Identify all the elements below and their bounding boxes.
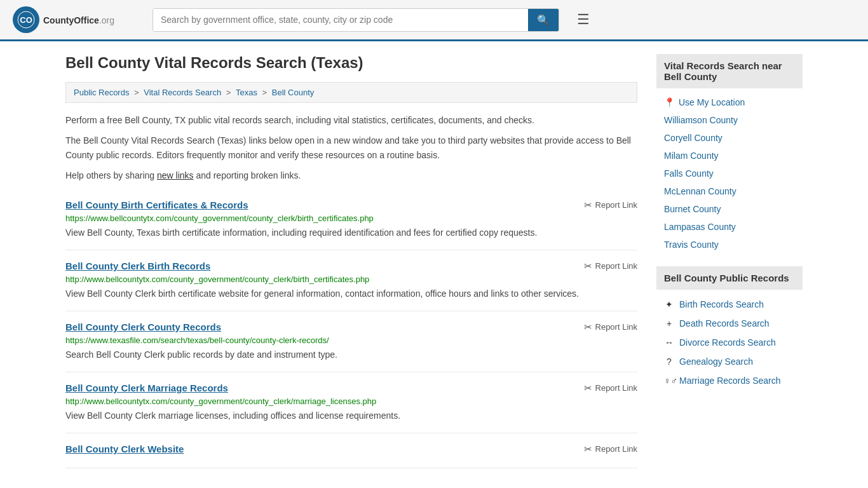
marriage-records-search-link[interactable]: Marriage Records Search xyxy=(679,376,781,386)
description-2: The Bell County Vital Records Search (Te… xyxy=(65,133,637,162)
result-desc-1: View Bell County, Texas birth certificat… xyxy=(65,226,637,240)
result-desc-2: View Bell County Clerk birth certificate… xyxy=(65,287,637,301)
report-link-2[interactable]: ✂ Report Link xyxy=(584,261,637,272)
sidebar-milam-county[interactable]: Milam County xyxy=(656,147,803,165)
result-url-1: https://www.bellcountytx.com/county_gove… xyxy=(65,214,637,223)
breadcrumb-sep-1: > xyxy=(134,88,141,97)
result-url-2: http://www.bellcountytx.com/county_gover… xyxy=(65,274,637,284)
divorce-records-search-link[interactable]: Divorce Records Search xyxy=(679,337,776,348)
public-records-section: Bell County Public Records ✦ Birth Recor… xyxy=(656,266,803,390)
report-link-5[interactable]: ✂ Report Link xyxy=(584,444,637,455)
breadcrumb-texas[interactable]: Texas xyxy=(236,88,257,97)
breadcrumb-sep-2: > xyxy=(226,88,233,97)
breadcrumb-public-records[interactable]: Public Records xyxy=(74,88,129,97)
result-item-4: Bell County Clerk Marriage Records ✂ Rep… xyxy=(65,372,637,433)
hamburger-icon: ☰ xyxy=(577,11,589,27)
public-records-section-header: Bell County Public Records xyxy=(656,266,803,290)
death-records-search-link[interactable]: Death Records Search xyxy=(679,318,770,329)
result-url-3: https://www.texasfile.com/search/texas/b… xyxy=(65,336,637,345)
result-desc-4: View Bell County Clerk marriage licenses… xyxy=(65,409,637,423)
sidebar-coryell-county[interactable]: Coryell County xyxy=(656,129,803,147)
search-button[interactable]: 🔍 xyxy=(528,9,559,31)
location-icon: 📍 xyxy=(664,97,675,107)
sidebar-lampasas-county[interactable]: Lampasas County xyxy=(656,218,803,236)
breadcrumb-sep-3: > xyxy=(262,88,269,97)
logo-text: CountyOffice.org xyxy=(43,13,114,27)
result-title-4[interactable]: Bell County Clerk Marriage Records xyxy=(65,383,228,393)
genealogy-icon: ? xyxy=(664,356,674,367)
report-link-4[interactable]: ✂ Report Link xyxy=(584,383,637,394)
main-container: Bell County Vital Records Search (Texas)… xyxy=(53,41,815,481)
death-icon: + xyxy=(664,318,674,329)
search-input[interactable] xyxy=(153,9,528,31)
sidebar-mclennan-county[interactable]: McLennan County xyxy=(656,182,803,200)
result-item-1: Bell County Birth Certificates & Records… xyxy=(65,189,637,250)
report-icon-2: ✂ xyxy=(584,261,592,272)
genealogy-search-link[interactable]: Genealogy Search xyxy=(679,356,753,367)
logo-icon: CO xyxy=(13,6,39,33)
sidebar-burnet-county[interactable]: Burnet County xyxy=(656,200,803,218)
nearby-section-header: Vital Records Search near Bell County xyxy=(656,54,803,88)
marriage-records-search-item[interactable]: ♀♂ Marriage Records Search xyxy=(656,371,803,390)
report-link-3[interactable]: ✂ Report Link xyxy=(584,322,637,333)
sidebar: Vital Records Search near Bell County 📍 … xyxy=(656,54,803,468)
svg-text:CO: CO xyxy=(20,15,32,25)
result-title-1[interactable]: Bell County Birth Certificates & Records xyxy=(65,200,248,210)
new-links-link[interactable]: new links xyxy=(157,170,194,180)
genealogy-search-item[interactable]: ? Genealogy Search xyxy=(656,352,803,371)
report-icon-1: ✂ xyxy=(584,200,592,211)
menu-button[interactable]: ☰ xyxy=(572,9,594,30)
result-url-4: http://www.bellcountytx.com/county_gover… xyxy=(65,396,637,406)
sidebar-falls-county[interactable]: Falls County xyxy=(656,165,803,182)
report-icon-5: ✂ xyxy=(584,444,592,455)
birth-icon: ✦ xyxy=(664,299,674,309)
report-link-1[interactable]: ✂ Report Link xyxy=(584,200,637,211)
result-title-5[interactable]: Bell County Clerk Website xyxy=(65,444,184,454)
birth-records-search-link[interactable]: Birth Records Search xyxy=(679,299,764,309)
result-item-5: Bell County Clerk Website ✂ Report Link xyxy=(65,433,637,468)
breadcrumb-bell-county[interactable]: Bell County xyxy=(272,88,314,97)
breadcrumb-vital-records[interactable]: Vital Records Search xyxy=(144,88,221,97)
divorce-icon: ↔ xyxy=(664,337,674,348)
logo-area: CO CountyOffice.org xyxy=(13,6,140,33)
use-my-location[interactable]: 📍 Use My Location xyxy=(656,93,803,111)
search-icon: 🔍 xyxy=(537,15,550,25)
page-title: Bell County Vital Records Search (Texas) xyxy=(65,54,637,72)
nearby-section: Vital Records Search near Bell County 📍 … xyxy=(656,54,803,254)
site-header: CO CountyOffice.org 🔍 ☰ xyxy=(0,0,868,41)
death-records-search-item[interactable]: + Death Records Search xyxy=(656,314,803,333)
search-bar: 🔍 xyxy=(153,8,559,32)
content-area: Bell County Vital Records Search (Texas)… xyxy=(65,54,637,468)
description-1: Perform a free Bell County, TX public vi… xyxy=(65,113,637,127)
result-title-3[interactable]: Bell County Clerk County Records xyxy=(65,322,221,332)
description-3: Help others by sharing new links and rep… xyxy=(65,168,637,182)
breadcrumb: Public Records > Vital Records Search > … xyxy=(65,82,637,103)
report-icon-4: ✂ xyxy=(584,383,592,394)
result-item-2: Bell County Clerk Birth Records ✂ Report… xyxy=(65,250,637,311)
result-title-2[interactable]: Bell County Clerk Birth Records xyxy=(65,261,210,271)
birth-records-search-item[interactable]: ✦ Birth Records Search xyxy=(656,295,803,314)
report-icon-3: ✂ xyxy=(584,322,592,333)
result-item-3: Bell County Clerk County Records ✂ Repor… xyxy=(65,311,637,372)
sidebar-williamson-county[interactable]: Williamson County xyxy=(656,111,803,129)
result-desc-3: Search Bell County Clerk public records … xyxy=(65,348,637,362)
marriage-icon: ♀♂ xyxy=(664,376,674,386)
divorce-records-search-item[interactable]: ↔ Divorce Records Search xyxy=(656,333,803,352)
sidebar-travis-county[interactable]: Travis County xyxy=(656,236,803,254)
